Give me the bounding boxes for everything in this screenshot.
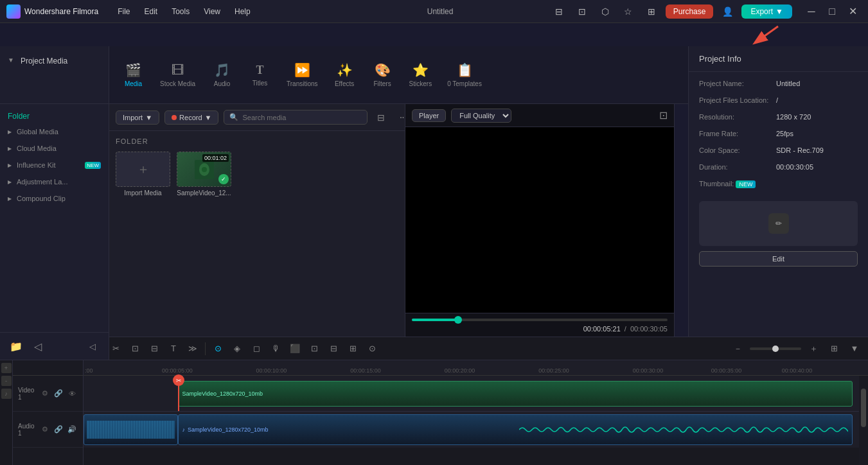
window-icon-2[interactable]: ⊡ [573,3,591,21]
zoom-out-icon[interactable]: － [729,340,746,357]
export-button[interactable]: Export ▼ [741,4,792,19]
audio-track-volume-icon[interactable]: 🔊 [66,424,78,435]
window-icon-4[interactable]: ☆ [619,3,637,21]
mute-icon[interactable]: ⊙ [364,340,380,357]
import-button[interactable]: Import ▼ [116,110,159,125]
stock-media-tab-icon: 🎞 [172,63,184,78]
video-track-eye-icon[interactable]: 👁 [66,388,78,399]
text-button[interactable]: T [165,340,182,357]
ruler-mark-5: 00:00:25:00 [538,367,569,374]
sample-video-item[interactable]: 00:01:02 ✓ SampleVideo_12... [177,152,231,197]
timeline-content: :00 00:00:05:00 00:00:10:00 00:00:15:00 … [84,360,868,465]
sidebar-add-folder-icon[interactable]: 📁 [8,338,24,355]
sidebar-collapse-panel-icon[interactable]: ◁ [30,338,46,355]
audio-clip-before[interactable] [84,414,178,445]
video-track-settings-icon[interactable]: ⚙ [39,388,51,399]
track-add-video-icon[interactable]: + [1,363,12,373]
nav-arrow-icon-4: ▶ [8,179,12,185]
sidebar-folder-label[interactable]: Folder [0,109,109,123]
speed-icon[interactable]: ⬛ [287,340,303,357]
motion-track-icon[interactable]: ⊙ [209,340,226,357]
menu-file[interactable]: File [111,4,136,19]
tab-filters[interactable]: 🎨 Filters [365,57,400,92]
sidebar-item-influence-kit[interactable]: ▶ Influence Kit NEW [0,157,109,173]
menu-help[interactable]: Help [228,4,257,19]
preview-area[interactable] [405,127,674,313]
zoom-in-icon[interactable]: ＋ [805,340,822,357]
purchase-button[interactable]: Purchase [666,4,714,19]
ruler-mark-4: 00:00:20:00 [445,367,475,374]
menu-tools[interactable]: Tools [165,4,196,19]
close-button[interactable]: ✕ [844,3,862,21]
tab-stickers[interactable]: ⭐ Stickers [403,57,439,92]
cut-button[interactable]: ✂ [107,340,124,357]
video-clip[interactable]: SampleVideo_1280x720_10mb [178,381,853,407]
color-space-row: Color Space: SDR - Rec.709 [699,146,858,154]
zoom-thumb [772,346,779,352]
more-tools-icon[interactable]: ≫ [184,340,201,357]
window-icon-1[interactable]: ⊟ [550,3,568,21]
audio-track-label: Audio 1 [18,423,37,437]
clip-icon[interactable]: ◻ [248,340,265,357]
current-time: 00:00:05:21 [583,325,621,333]
menu-view[interactable]: View [197,4,227,19]
pip-tl-icon[interactable]: ⊟ [325,340,342,357]
window-icon-3[interactable]: ⬡ [596,3,614,21]
audio-record-icon[interactable]: 🎙 [267,340,284,357]
tab-effects[interactable]: ✨ Effects [327,57,362,92]
thumbnail-edit-icon[interactable]: ✏ [768,213,789,234]
sidebar-item-cloud-media[interactable]: ▶ Cloud Media [0,140,109,157]
sidebar-item-adjustment-layer[interactable]: ▶ Adjustment La... [0,173,109,190]
sidebar-item-compound-clip[interactable]: ▶ Compound Clip [0,190,109,207]
user-icon[interactable]: 👤 [718,3,736,21]
fullscreen-icon[interactable]: ⊡ [659,109,668,121]
maximize-button[interactable]: □ [823,3,841,21]
search-input[interactable] [242,114,362,121]
zoom-slider[interactable] [750,347,801,350]
audio-clip-main[interactable]: ♪ SampleVideo_1280x720_10mb [178,414,853,445]
project-media-label[interactable]: Project Media [21,57,67,66]
sidebar-item-global-media[interactable]: ▶ Global Media [0,123,109,140]
tab-stock-media[interactable]: 🎞 Stock Media [154,58,202,92]
scrollbar-thumb[interactable] [861,389,866,427]
tab-titles[interactable]: T Titles [242,58,278,92]
progress-bar-track[interactable] [412,319,668,321]
timeline-view-options[interactable]: ⊞ [826,340,842,357]
sidebar-settings-icon[interactable]: ◁ [84,338,101,355]
filter-icon[interactable]: ⊟ [373,109,389,126]
quality-select[interactable]: Full Quality 1/2 Quality 1/4 Quality [451,109,511,123]
keyframe-icon[interactable]: ◈ [229,340,245,357]
split-button[interactable]: ⊟ [146,340,163,357]
import-media-item[interactable]: ＋ Import Media [116,152,170,197]
ruler-mark-0: :00 [85,367,93,374]
track-collapse-icon[interactable]: - [1,376,12,386]
timeline-toolbar: ⊞ ⊡ ↩ ↪ 🗑 ✂ ⊡ ⊟ T ≫ ⊙ ◈ ◻ 🎙 ⬛ ⊡ ⊟ ⊞ ⊙ － … [0,337,868,360]
replace-icon[interactable]: ⊞ [344,340,361,357]
window-icon-5[interactable]: ⊞ [642,3,660,21]
filters-tab-label: Filters [373,80,391,87]
tab-media[interactable]: 🎬 Media [116,57,151,92]
video-track-link-icon[interactable]: 🔗 [53,388,64,399]
sidebar-item-global-media-label: Global Media [17,128,101,136]
player-label[interactable]: Player [412,109,446,122]
frame-rate-row: Frame Rate: 25fps [699,130,858,137]
trim-button[interactable]: ⊡ [127,340,143,357]
tab-audio[interactable]: 🎵 Audio [204,57,240,92]
time-separator: / [624,325,626,333]
track-add-audio-icon[interactable]: ♪ [1,389,12,399]
templates-tab-label: 0 Templates [447,80,482,87]
minimize-button[interactable]: ─ [802,3,820,21]
timeline-settings-icon[interactable]: ▼ [846,340,863,357]
media-panel: Import ▼ Record ▼ 🔍 ⊟ ··· FOLDER ＋ [109,104,418,360]
menu-edit[interactable]: Edit [138,4,164,19]
ai-cut-icon[interactable]: ⊡ [306,340,323,357]
tab-templates[interactable]: 📋 0 Templates [441,57,488,92]
record-button[interactable]: Record ▼ [164,110,218,125]
audio-track-settings-icon[interactable]: ⚙ [39,424,51,435]
edit-button[interactable]: Edit [699,251,858,267]
tab-transitions[interactable]: ⏩ Transitions [280,57,324,92]
toolbar-divider-2 [205,342,206,355]
frame-rate-label: Frame Rate: [699,130,770,137]
effects-tab-label: Effects [335,80,354,87]
audio-track-link-icon[interactable]: 🔗 [53,424,64,435]
